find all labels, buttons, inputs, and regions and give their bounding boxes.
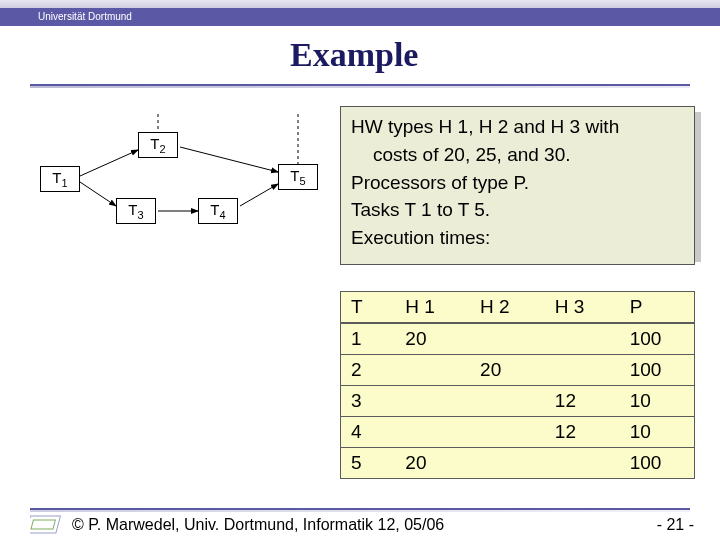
cell: 20 [395, 323, 470, 355]
cell [545, 355, 620, 386]
cell: 10 [620, 417, 695, 448]
svg-line-6 [240, 184, 278, 206]
cell: 100 [620, 323, 695, 355]
node-main: T [210, 201, 219, 218]
logo-icon [30, 514, 64, 536]
graph-node-t3: T3 [116, 198, 156, 224]
node-sub: 3 [138, 209, 144, 221]
graph-node-t1: T1 [40, 166, 80, 192]
cell: 1 [341, 323, 396, 355]
node-main: T [290, 167, 299, 184]
cell [395, 386, 470, 417]
title-area: Example [0, 36, 720, 74]
svg-line-3 [80, 182, 116, 206]
top-decorative-band [0, 0, 720, 8]
header-bar: Universität Dortmund [0, 8, 720, 26]
info-line-2: Processors of type P. [351, 171, 684, 195]
cell: 12 [545, 417, 620, 448]
cell: 20 [395, 448, 470, 479]
org-label: Universität Dortmund [38, 11, 132, 22]
title-rule-fade [30, 86, 690, 88]
cell [545, 323, 620, 355]
cell: 10 [620, 386, 695, 417]
cell: 5 [341, 448, 396, 479]
cell [470, 386, 545, 417]
cell [395, 417, 470, 448]
cell: 100 [620, 355, 695, 386]
th-t: T [341, 292, 396, 324]
cell: 12 [545, 386, 620, 417]
graph-node-t4: T4 [198, 198, 238, 224]
cell [470, 417, 545, 448]
table-header-row: T H 1 H 2 H 3 P [341, 292, 695, 324]
footer-rule-fade [30, 510, 690, 512]
table-row: 3 12 10 [341, 386, 695, 417]
cell: 3 [341, 386, 396, 417]
page-title: Example [290, 36, 720, 74]
svg-rect-7 [30, 516, 60, 533]
footer-right: - 21 - [657, 516, 694, 534]
info-box: HW types H 1, H 2 and H 3 with costs of … [340, 106, 695, 265]
svg-line-4 [180, 147, 278, 172]
node-main: T [52, 169, 61, 186]
cell [395, 355, 470, 386]
node-main: T [128, 201, 137, 218]
info-line-3: Tasks T 1 to T 5. [351, 198, 684, 222]
cell: 20 [470, 355, 545, 386]
node-main: T [150, 135, 159, 152]
task-graph: T1 T2 T3 T4 T5 [30, 114, 330, 254]
cell [470, 448, 545, 479]
graph-node-t2: T2 [138, 132, 178, 158]
th-h1: H 1 [395, 292, 470, 324]
table-row: 2 20 100 [341, 355, 695, 386]
th-p: P [620, 292, 695, 324]
svg-rect-8 [31, 520, 55, 529]
info-line-1b: costs of 20, 25, and 30. [351, 143, 684, 167]
node-sub: 5 [300, 175, 306, 187]
cell: 100 [620, 448, 695, 479]
table-row: 4 12 10 [341, 417, 695, 448]
node-sub: 4 [220, 209, 226, 221]
th-h3: H 3 [545, 292, 620, 324]
info-line-1a: HW types H 1, H 2 and H 3 with [351, 115, 684, 139]
svg-line-2 [80, 150, 138, 176]
node-sub: 1 [62, 177, 68, 189]
cell: 4 [341, 417, 396, 448]
footer-left: © P. Marwedel, Univ. Dortmund, Informati… [72, 516, 444, 534]
cell [470, 323, 545, 355]
cell: 2 [341, 355, 396, 386]
cell [545, 448, 620, 479]
node-sub: 2 [160, 143, 166, 155]
th-h2: H 2 [470, 292, 545, 324]
table-row: 1 20 100 [341, 323, 695, 355]
table-row: 5 20 100 [341, 448, 695, 479]
graph-node-t5: T5 [278, 164, 318, 190]
info-line-4: Execution times: [351, 226, 684, 250]
execution-time-table: T H 1 H 2 H 3 P 1 20 100 2 20 100 3 12 1… [340, 291, 695, 479]
